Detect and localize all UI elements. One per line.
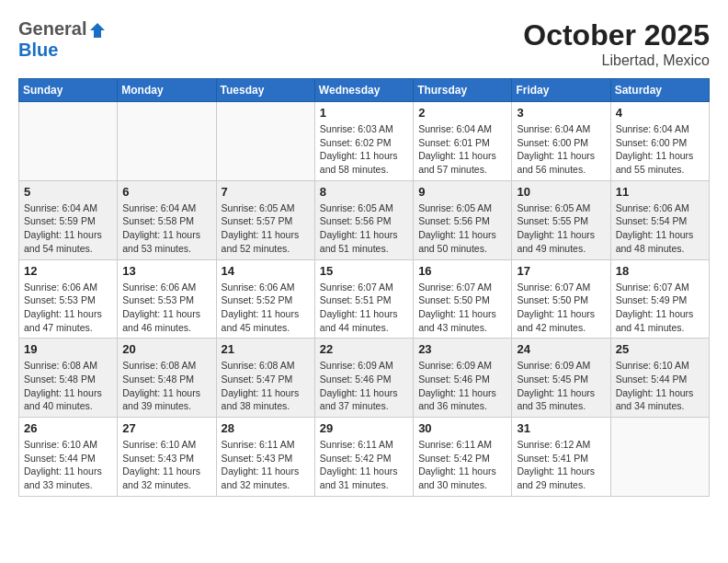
day-info: Sunrise: 6:08 AM Sunset: 5:48 PM Dayligh… xyxy=(122,359,210,413)
day-number: 9 xyxy=(418,185,506,199)
calendar-cell: 28Sunrise: 6:11 AM Sunset: 5:43 PM Dayli… xyxy=(216,418,314,497)
day-info: Sunrise: 6:07 AM Sunset: 5:50 PM Dayligh… xyxy=(517,281,605,335)
day-number: 17 xyxy=(517,264,605,278)
calendar-cell: 5Sunrise: 6:04 AM Sunset: 5:59 PM Daylig… xyxy=(19,180,118,259)
day-info: Sunrise: 6:09 AM Sunset: 5:46 PM Dayligh… xyxy=(418,359,506,413)
day-number: 27 xyxy=(122,421,210,435)
day-number: 4 xyxy=(616,106,704,120)
day-info: Sunrise: 6:05 AM Sunset: 5:57 PM Dayligh… xyxy=(222,201,310,256)
calendar-cell xyxy=(216,102,314,181)
day-number: 28 xyxy=(222,421,310,435)
location: Libertad, Mexico xyxy=(523,52,710,69)
calendar-week-5: 26Sunrise: 6:10 AM Sunset: 5:44 PM Dayli… xyxy=(19,418,710,497)
day-info: Sunrise: 6:12 AM Sunset: 5:41 PM Dayligh… xyxy=(517,438,605,492)
day-number: 21 xyxy=(222,342,310,356)
weekday-header-wednesday: Wednesday xyxy=(314,79,413,102)
calendar-cell: 29Sunrise: 6:11 AM Sunset: 5:42 PM Dayli… xyxy=(314,418,413,497)
day-info: Sunrise: 6:10 AM Sunset: 5:43 PM Dayligh… xyxy=(122,438,210,492)
calendar-cell: 7Sunrise: 6:05 AM Sunset: 5:57 PM Daylig… xyxy=(216,180,314,259)
calendar-cell: 19Sunrise: 6:08 AM Sunset: 5:48 PM Dayli… xyxy=(19,339,118,418)
day-info: Sunrise: 6:06 AM Sunset: 5:54 PM Dayligh… xyxy=(616,201,704,256)
calendar-cell: 8Sunrise: 6:05 AM Sunset: 5:56 PM Daylig… xyxy=(314,180,413,259)
day-number: 8 xyxy=(320,185,408,199)
calendar-cell: 15Sunrise: 6:07 AM Sunset: 5:51 PM Dayli… xyxy=(314,259,413,339)
day-number: 14 xyxy=(222,264,310,278)
calendar-cell: 30Sunrise: 6:11 AM Sunset: 5:42 PM Dayli… xyxy=(414,418,512,497)
day-info: Sunrise: 6:09 AM Sunset: 5:46 PM Dayligh… xyxy=(320,359,408,413)
calendar-cell: 20Sunrise: 6:08 AM Sunset: 5:48 PM Dayli… xyxy=(118,339,216,418)
day-number: 11 xyxy=(616,185,704,199)
calendar-week-3: 12Sunrise: 6:06 AM Sunset: 5:53 PM Dayli… xyxy=(19,259,710,339)
calendar-cell: 22Sunrise: 6:09 AM Sunset: 5:46 PM Dayli… xyxy=(314,339,413,418)
day-number: 30 xyxy=(418,421,506,435)
day-info: Sunrise: 6:11 AM Sunset: 5:42 PM Dayligh… xyxy=(320,438,408,492)
day-info: Sunrise: 6:06 AM Sunset: 5:52 PM Dayligh… xyxy=(222,281,310,335)
logo: General Blue xyxy=(18,18,108,60)
day-number: 3 xyxy=(517,106,605,120)
title-block: October 2025 Libertad, Mexico xyxy=(523,18,710,69)
calendar-cell: 14Sunrise: 6:06 AM Sunset: 5:52 PM Dayli… xyxy=(216,259,314,339)
day-number: 16 xyxy=(418,264,506,278)
calendar-body: 1Sunrise: 6:03 AM Sunset: 6:02 PM Daylig… xyxy=(19,102,710,497)
calendar-cell: 13Sunrise: 6:06 AM Sunset: 5:53 PM Dayli… xyxy=(118,259,216,339)
day-info: Sunrise: 6:07 AM Sunset: 5:51 PM Dayligh… xyxy=(320,281,408,335)
calendar-cell: 24Sunrise: 6:09 AM Sunset: 5:45 PM Dayli… xyxy=(512,339,610,418)
day-info: Sunrise: 6:07 AM Sunset: 5:50 PM Dayligh… xyxy=(418,281,506,335)
logo-general: General xyxy=(18,18,86,39)
day-info: Sunrise: 6:09 AM Sunset: 5:45 PM Dayligh… xyxy=(517,359,605,413)
day-number: 15 xyxy=(320,264,408,278)
day-number: 20 xyxy=(122,342,210,356)
weekday-header-tuesday: Tuesday xyxy=(216,79,314,102)
day-info: Sunrise: 6:06 AM Sunset: 5:53 PM Dayligh… xyxy=(122,281,210,335)
day-number: 10 xyxy=(517,185,605,199)
calendar-cell: 31Sunrise: 6:12 AM Sunset: 5:41 PM Dayli… xyxy=(512,418,610,497)
day-info: Sunrise: 6:05 AM Sunset: 5:55 PM Dayligh… xyxy=(517,201,605,256)
day-number: 13 xyxy=(122,264,210,278)
day-number: 18 xyxy=(616,264,704,278)
calendar-cell: 10Sunrise: 6:05 AM Sunset: 5:55 PM Dayli… xyxy=(512,180,610,259)
day-info: Sunrise: 6:04 AM Sunset: 5:59 PM Dayligh… xyxy=(24,201,112,256)
day-number: 7 xyxy=(222,185,310,199)
logo-blue: Blue xyxy=(18,40,108,60)
day-info: Sunrise: 6:04 AM Sunset: 6:01 PM Dayligh… xyxy=(418,122,506,177)
logo-icon xyxy=(88,21,107,40)
calendar-week-2: 5Sunrise: 6:04 AM Sunset: 5:59 PM Daylig… xyxy=(19,180,710,259)
day-info: Sunrise: 6:08 AM Sunset: 5:48 PM Dayligh… xyxy=(24,359,112,413)
calendar-cell: 3Sunrise: 6:04 AM Sunset: 6:00 PM Daylig… xyxy=(512,102,610,181)
day-info: Sunrise: 6:11 AM Sunset: 5:43 PM Dayligh… xyxy=(222,438,310,492)
day-info: Sunrise: 6:03 AM Sunset: 6:02 PM Dayligh… xyxy=(320,122,408,177)
calendar-cell: 23Sunrise: 6:09 AM Sunset: 5:46 PM Dayli… xyxy=(414,339,512,418)
svg-marker-0 xyxy=(90,23,105,38)
calendar-cell: 16Sunrise: 6:07 AM Sunset: 5:50 PM Dayli… xyxy=(414,259,512,339)
day-info: Sunrise: 6:10 AM Sunset: 5:44 PM Dayligh… xyxy=(616,359,704,413)
day-number: 22 xyxy=(320,342,408,356)
day-number: 19 xyxy=(24,342,112,356)
calendar-cell: 21Sunrise: 6:08 AM Sunset: 5:47 PM Dayli… xyxy=(216,339,314,418)
day-info: Sunrise: 6:10 AM Sunset: 5:44 PM Dayligh… xyxy=(24,438,112,492)
day-info: Sunrise: 6:05 AM Sunset: 5:56 PM Dayligh… xyxy=(320,201,408,256)
day-number: 26 xyxy=(24,421,112,435)
day-number: 12 xyxy=(24,264,112,278)
calendar-cell: 11Sunrise: 6:06 AM Sunset: 5:54 PM Dayli… xyxy=(610,180,709,259)
calendar-header-row: SundayMondayTuesdayWednesdayThursdayFrid… xyxy=(19,79,710,102)
day-info: Sunrise: 6:11 AM Sunset: 5:42 PM Dayligh… xyxy=(418,438,506,492)
day-info: Sunrise: 6:05 AM Sunset: 5:56 PM Dayligh… xyxy=(418,201,506,256)
calendar-cell: 9Sunrise: 6:05 AM Sunset: 5:56 PM Daylig… xyxy=(414,180,512,259)
day-number: 2 xyxy=(418,106,506,120)
day-info: Sunrise: 6:07 AM Sunset: 5:49 PM Dayligh… xyxy=(616,281,704,335)
day-number: 1 xyxy=(320,106,408,120)
calendar-cell xyxy=(19,102,118,181)
day-number: 23 xyxy=(418,342,506,356)
day-info: Sunrise: 6:06 AM Sunset: 5:53 PM Dayligh… xyxy=(24,281,112,335)
day-number: 6 xyxy=(122,185,210,199)
calendar-cell xyxy=(118,102,216,181)
calendar-cell: 1Sunrise: 6:03 AM Sunset: 6:02 PM Daylig… xyxy=(314,102,413,181)
weekday-header-friday: Friday xyxy=(512,79,610,102)
weekday-header-saturday: Saturday xyxy=(610,79,709,102)
weekday-header-sunday: Sunday xyxy=(19,79,118,102)
calendar-cell: 12Sunrise: 6:06 AM Sunset: 5:53 PM Dayli… xyxy=(19,259,118,339)
page-header: General Blue October 2025 Libertad, Mexi… xyxy=(18,18,710,69)
day-number: 24 xyxy=(517,342,605,356)
day-info: Sunrise: 6:04 AM Sunset: 6:00 PM Dayligh… xyxy=(616,122,704,177)
weekday-header-monday: Monday xyxy=(118,79,216,102)
